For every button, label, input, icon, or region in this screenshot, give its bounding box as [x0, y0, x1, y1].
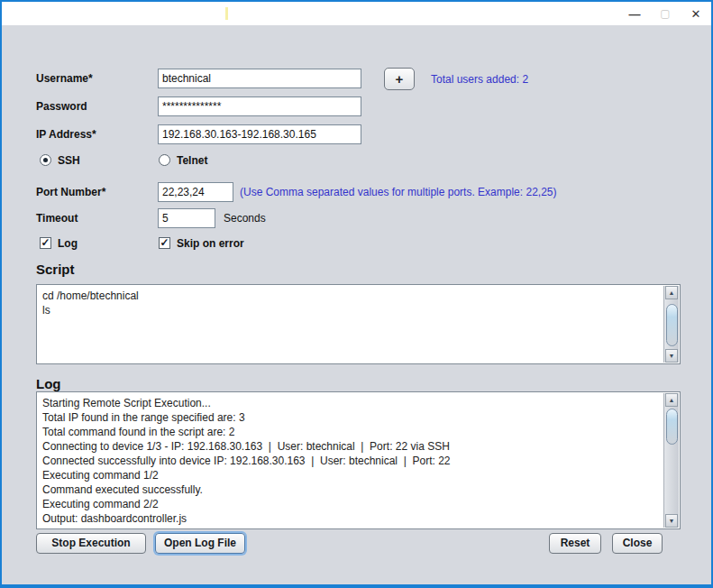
ip-address-input[interactable]: [158, 124, 361, 144]
script-scrollbar[interactable]: ▲ ▼: [663, 286, 679, 363]
timeout-input[interactable]: [158, 208, 215, 228]
log-textarea[interactable]: Starting Remote Script Execution... Tota…: [36, 391, 681, 529]
stop-execution-button[interactable]: Stop Execution: [36, 533, 146, 554]
scroll-down-icon[interactable]: ▼: [665, 349, 678, 363]
titlebar-cursor-artifact: [225, 7, 228, 20]
script-heading: Script: [36, 262, 75, 277]
port-number-input[interactable]: [158, 182, 233, 202]
script-textarea[interactable]: cd /home/btechnical ls ▲ ▼: [36, 284, 681, 364]
window-controls: — ▢ ✕: [619, 2, 711, 25]
timeout-label: Timeout: [36, 212, 78, 225]
scrollbar-thumb[interactable]: [666, 409, 678, 445]
skip-on-error-label: Skip on error: [177, 237, 244, 250]
reset-button[interactable]: Reset: [549, 533, 601, 554]
scroll-up-icon[interactable]: ▲: [665, 286, 678, 299]
scroll-down-icon[interactable]: ▼: [665, 514, 678, 528]
log-checkbox[interactable]: ✓: [40, 237, 51, 249]
radio-dot-icon: [43, 158, 48, 162]
log-checkbox-label: Log: [58, 237, 78, 250]
titlebar: — ▢ ✕: [2, 2, 711, 25]
log-text: Starting Remote Script Execution... Tota…: [42, 396, 660, 528]
dialog-content: Username* + Total users added: 2 Passwor…: [2, 25, 711, 584]
timeout-unit-label: Seconds: [224, 212, 266, 225]
password-label: Password: [36, 100, 87, 113]
password-input[interactable]: [158, 96, 361, 116]
ip-address-label: IP Address*: [36, 128, 96, 141]
ssh-radio[interactable]: [40, 154, 51, 166]
port-hint-text: (Use Comma separated values for multiple…: [240, 186, 557, 198]
app-window: — ▢ ✕ Username* + Total users added: 2 P…: [0, 0, 713, 588]
log-heading: Log: [36, 376, 61, 391]
close-icon[interactable]: ✕: [681, 2, 711, 25]
port-number-label: Port Number*: [36, 186, 105, 198]
close-button[interactable]: Close: [612, 533, 663, 554]
username-input[interactable]: [158, 69, 361, 88]
scroll-up-icon[interactable]: ▲: [665, 393, 678, 407]
telnet-radio[interactable]: [159, 154, 170, 166]
log-scrollbar[interactable]: ▲ ▼: [663, 393, 679, 528]
open-log-file-button[interactable]: Open Log File: [155, 533, 245, 554]
script-text: cd /home/btechnical ls: [42, 289, 660, 363]
minimize-icon[interactable]: —: [619, 2, 650, 25]
add-user-button[interactable]: +: [384, 68, 415, 90]
ssh-radio-label: SSH: [58, 154, 80, 167]
total-users-text: Total users added: 2: [431, 73, 528, 86]
username-label: Username*: [36, 72, 93, 85]
scrollbar-thumb[interactable]: [666, 304, 678, 346]
maximize-icon[interactable]: ▢: [650, 2, 681, 25]
telnet-radio-label: Telnet: [177, 154, 207, 167]
skip-on-error-checkbox[interactable]: ✓: [159, 237, 170, 249]
